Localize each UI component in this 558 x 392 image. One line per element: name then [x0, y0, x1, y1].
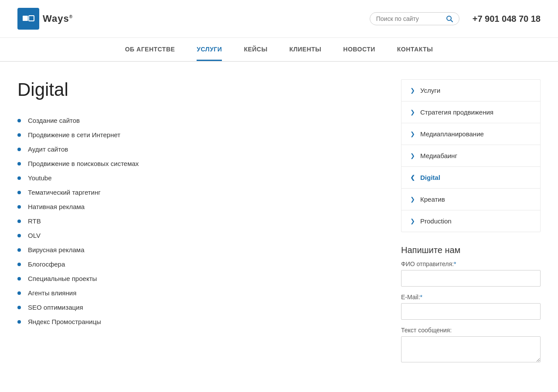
list-item: Продвижение в поисковых системах: [17, 156, 384, 171]
email-label: E-Mail:*: [401, 294, 541, 301]
search-input[interactable]: [376, 15, 446, 22]
sidebar-nav-label: Креатив: [420, 196, 445, 203]
services-list: Создание сайтовПродвижение в сети Интерн…: [17, 113, 384, 329]
sidebar-nav-label: Digital: [420, 174, 440, 181]
sidebar-nav-label: Production: [420, 217, 452, 225]
chevron-right-icon: [410, 152, 415, 159]
chevron-right-icon: [410, 131, 415, 137]
name-label: ФИО отправителя:*: [401, 260, 541, 267]
sidebar-nav-item[interactable]: Креатив: [401, 189, 540, 210]
svg-line-3: [451, 20, 453, 22]
sidebar-nav-item[interactable]: Digital: [401, 167, 540, 189]
sidebar-nav-item[interactable]: Стратегия продвижения: [401, 101, 540, 123]
main-nav: ОБ АГЕНТСТВЕ УСЛУГИ КЕЙСЫ КЛИЕНТЫ НОВОСТ…: [0, 38, 558, 62]
sidebar-nav-label: Услуги: [420, 87, 440, 94]
logo-icon: [17, 8, 39, 30]
chevron-right-icon: [410, 196, 415, 203]
nav-item-contacts[interactable]: КОНТАКТЫ: [397, 46, 433, 61]
svg-rect-0: [23, 16, 28, 21]
chevron-right-icon: [410, 87, 415, 94]
sidebar-nav-label: Стратегия продвижения: [420, 108, 493, 116]
sidebar-nav-label: Медиапланирование: [420, 130, 484, 138]
sidebar-nav-item[interactable]: Медиабаинг: [401, 145, 540, 167]
list-item: Тематический таргетинг: [17, 185, 384, 199]
list-item: Аудит сайтов: [17, 142, 384, 156]
name-input[interactable]: [401, 270, 541, 287]
message-label: Текст сообщения:: [401, 327, 541, 334]
chevron-right-icon: [410, 218, 415, 224]
list-item: Youtube: [17, 171, 384, 185]
nav-item-clients[interactable]: КЛИЕНТЫ: [289, 46, 322, 61]
list-item: SEO оптимизация: [17, 300, 384, 314]
search-button[interactable]: [446, 15, 453, 22]
list-item: Яндекс Промостраницы: [17, 314, 384, 329]
header-right: +7 901 048 70 18: [370, 12, 541, 25]
phone-number: +7 901 048 70 18: [473, 14, 541, 24]
list-item: RTB: [17, 214, 384, 228]
contact-form: Напишите нам ФИО отправителя:* E-Mail:* …: [401, 245, 541, 364]
sidebar-nav-item[interactable]: Production: [401, 210, 540, 232]
form-title: Напишите нам: [401, 245, 541, 255]
message-textarea[interactable]: [401, 336, 541, 362]
logo: Ways®: [17, 8, 73, 30]
nav-item-services[interactable]: УСЛУГИ: [197, 46, 222, 61]
list-item: OLV: [17, 228, 384, 243]
content-area: Digital Создание сайтовПродвижение в сет…: [17, 79, 384, 364]
page-title: Digital: [17, 79, 384, 100]
logo-text: Ways®: [43, 13, 73, 24]
list-item: Блогосфера: [17, 257, 384, 271]
sidebar-nav-item[interactable]: Медиапланирование: [401, 123, 540, 145]
main-container: Digital Создание сайтовПродвижение в сет…: [0, 62, 558, 381]
list-item: Специальные проекты: [17, 271, 384, 286]
sidebar-nav: УслугиСтратегия продвиженияМедиапланиров…: [401, 79, 541, 232]
chevron-right-icon: [410, 109, 415, 115]
sidebar: УслугиСтратегия продвиженияМедиапланиров…: [401, 79, 541, 364]
nav-item-cases[interactable]: КЕЙСЫ: [244, 46, 267, 61]
list-item: Создание сайтов: [17, 113, 384, 128]
header: Ways® +7 901 048 70 18: [0, 0, 558, 38]
list-item: Вирусная реклама: [17, 243, 384, 257]
list-item: Продвижение в сети Интернет: [17, 128, 384, 142]
search-box: [370, 12, 459, 25]
nav-item-about[interactable]: ОБ АГЕНТСТВЕ: [125, 46, 175, 61]
sidebar-nav-label: Медиабаинг: [420, 152, 457, 159]
email-input[interactable]: [401, 303, 541, 320]
chevron-left-icon: [410, 174, 415, 181]
svg-rect-1: [29, 16, 34, 21]
list-item: Агенты влияния: [17, 286, 384, 300]
sidebar-nav-item[interactable]: Услуги: [401, 80, 540, 101]
nav-item-news[interactable]: НОВОСТИ: [343, 46, 375, 61]
list-item: Нативная реклама: [17, 199, 384, 214]
